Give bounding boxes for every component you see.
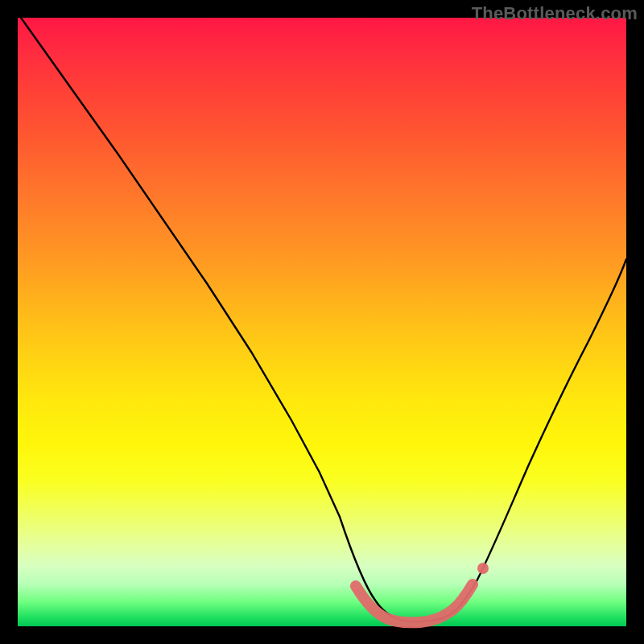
optimal-band-stroke — [356, 584, 473, 622]
chart-svg — [18, 18, 626, 626]
plot-area — [18, 18, 626, 626]
watermark-text: TheBottleneck.com — [472, 3, 638, 24]
optimal-band-end-dot — [477, 563, 489, 574]
chart-stage: TheBottleneck.com — [0, 0, 644, 644]
bottleneck-curve — [21, 18, 626, 621]
